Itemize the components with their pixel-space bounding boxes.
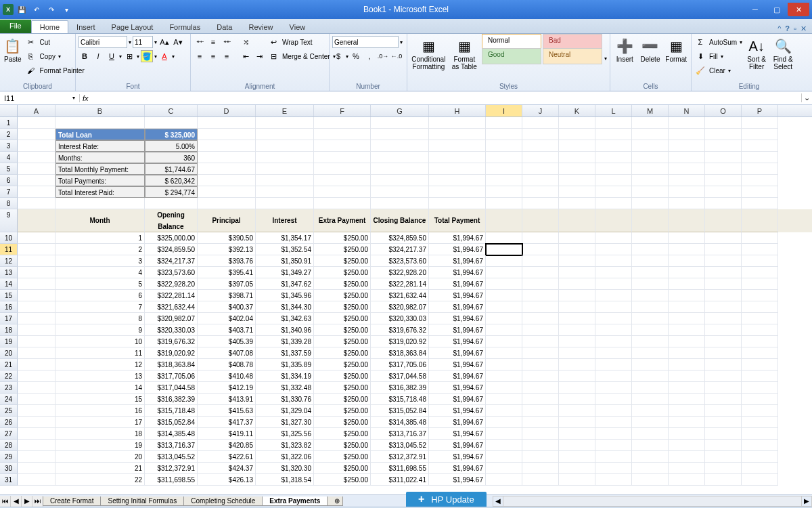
cell[interactable]: $1,325.56 <box>256 428 314 440</box>
cell[interactable] <box>429 163 486 175</box>
cell[interactable]: $1,744.67 <box>145 163 198 175</box>
table-header[interactable] <box>559 209 595 232</box>
cell[interactable] <box>742 278 778 290</box>
col-header-P[interactable]: P <box>742 105 778 117</box>
cell[interactable] <box>18 347 55 359</box>
cell[interactable] <box>632 417 669 428</box>
cell[interactable]: $1,994.67 <box>429 440 486 451</box>
cell[interactable] <box>559 463 595 474</box>
cell[interactable]: $1,352.54 <box>256 244 314 255</box>
cell[interactable]: $321,632.44 <box>371 290 429 301</box>
cell[interactable]: $1,994.67 <box>429 324 486 336</box>
cell[interactable]: $1,322.06 <box>256 451 314 463</box>
sheet-tab-4[interactable]: Extra Payments <box>262 496 328 506</box>
cell[interactable] <box>595 255 632 267</box>
cell[interactable] <box>705 152 742 163</box>
tab-pagelayout[interactable]: Page Layout <box>104 21 162 33</box>
cell[interactable] <box>595 417 632 428</box>
cell[interactable]: $324,217.37 <box>145 255 198 267</box>
cell[interactable] <box>595 301 632 313</box>
cell[interactable] <box>18 336 55 347</box>
cell[interactable] <box>486 474 522 486</box>
cell[interactable]: Total Payments: <box>55 175 145 186</box>
cell[interactable]: $1,994.67 <box>429 347 486 359</box>
cell[interactable] <box>705 232 742 244</box>
cell[interactable] <box>669 405 705 417</box>
cell[interactable]: $320,982.07 <box>371 301 429 313</box>
cell[interactable]: $1,994.67 <box>429 463 486 474</box>
cell[interactable] <box>669 140 705 152</box>
cell[interactable] <box>522 417 559 428</box>
cell[interactable] <box>742 129 778 140</box>
cell[interactable]: $1,344.30 <box>256 301 314 313</box>
cell[interactable] <box>669 313 705 324</box>
cell[interactable]: $250.00 <box>314 290 371 301</box>
cell[interactable]: 16 <box>55 405 145 417</box>
cell[interactable] <box>18 428 55 440</box>
row-header-20[interactable]: 20 <box>0 347 18 359</box>
cell[interactable] <box>669 152 705 163</box>
col-header-I[interactable]: I <box>486 105 522 117</box>
cell[interactable]: 21 <box>55 463 145 474</box>
cell[interactable] <box>595 313 632 324</box>
cell[interactable] <box>632 267 669 278</box>
cell[interactable] <box>198 198 256 209</box>
cell[interactable] <box>18 440 55 451</box>
doc-close-icon[interactable]: ✕ <box>800 24 807 33</box>
cell[interactable]: $1,994.67 <box>429 428 486 440</box>
cell[interactable] <box>559 405 595 417</box>
cell[interactable] <box>705 394 742 405</box>
redo-icon[interactable]: ↷ <box>45 3 58 16</box>
cell[interactable]: $317,044.58 <box>145 382 198 394</box>
cell[interactable] <box>314 198 371 209</box>
cell[interactable]: $250.00 <box>314 244 371 255</box>
cell[interactable] <box>559 382 595 394</box>
cell[interactable]: $1,334.19 <box>256 371 314 382</box>
cell[interactable]: $250.00 <box>314 463 371 474</box>
cell[interactable] <box>256 140 314 152</box>
cell[interactable] <box>559 244 595 255</box>
cell[interactable] <box>256 163 314 175</box>
cell[interactable] <box>314 186 371 198</box>
cell[interactable]: $410.48 <box>198 371 256 382</box>
font-name-combo[interactable]: Calibri <box>78 36 127 48</box>
cell[interactable]: $ 620,342 <box>145 175 198 186</box>
cell[interactable] <box>55 117 145 129</box>
cell[interactable] <box>18 451 55 463</box>
cell[interactable]: 9 <box>55 324 145 336</box>
increase-font-icon[interactable]: A▴ <box>158 36 171 48</box>
cell[interactable]: 13 <box>55 371 145 382</box>
cell[interactable] <box>371 186 429 198</box>
cell[interactable]: $1,345.96 <box>256 290 314 301</box>
percent-icon[interactable]: % <box>350 50 362 62</box>
table-header[interactable]: Extra Payment <box>314 209 371 232</box>
cell[interactable] <box>595 347 632 359</box>
cell[interactable] <box>486 255 522 267</box>
col-header-D[interactable]: D <box>198 105 256 117</box>
cell[interactable] <box>705 198 742 209</box>
cell[interactable] <box>742 175 778 186</box>
cell[interactable]: $1,994.67 <box>429 359 486 371</box>
row-header-21[interactable]: 21 <box>0 359 18 371</box>
cell[interactable]: 5.00% <box>145 140 198 152</box>
cell[interactable]: $250.00 <box>314 267 371 278</box>
clear-button[interactable]: 🧹Clear▾ <box>694 64 742 77</box>
cell[interactable] <box>256 198 314 209</box>
cell[interactable]: $316,382.39 <box>145 394 198 405</box>
cell[interactable] <box>559 324 595 336</box>
maximize-button[interactable]: ▢ <box>766 3 788 16</box>
align-bottom-icon[interactable]: ⬵ <box>221 36 233 48</box>
number-format-combo[interactable]: General <box>332 36 399 48</box>
cell[interactable]: 7 <box>55 301 145 313</box>
cell[interactable] <box>632 451 669 463</box>
cell[interactable] <box>486 336 522 347</box>
paste-button[interactable]: 📋 Paste <box>3 35 23 82</box>
cell[interactable] <box>742 474 778 486</box>
cell[interactable] <box>669 336 705 347</box>
find-select-button[interactable]: 🔍Find & Select <box>771 35 795 82</box>
cell[interactable] <box>632 428 669 440</box>
cell[interactable] <box>486 163 522 175</box>
col-header-N[interactable]: N <box>669 105 705 117</box>
cell[interactable]: $250.00 <box>314 382 371 394</box>
cell[interactable]: $1,350.91 <box>256 255 314 267</box>
